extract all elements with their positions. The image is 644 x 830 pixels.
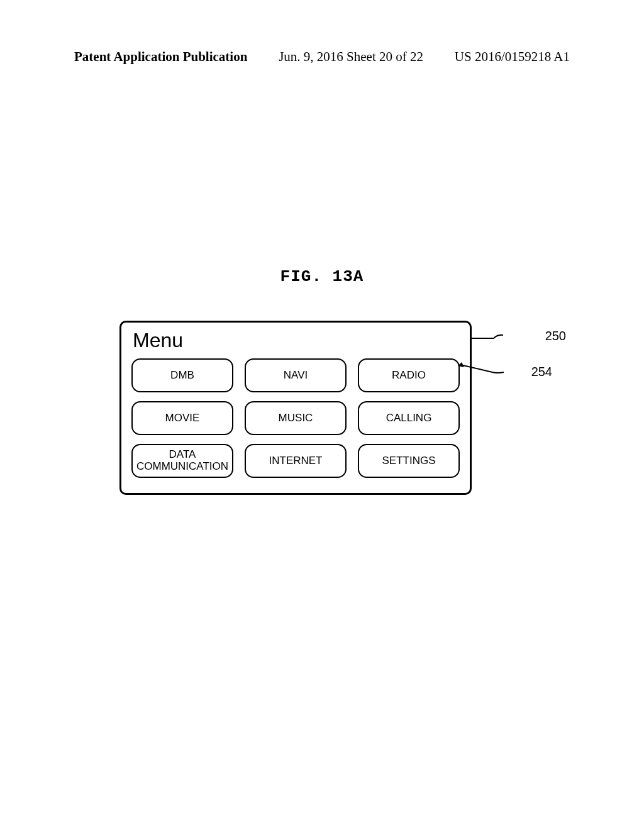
panel-title: Menu — [133, 329, 460, 352]
menu-item-navi[interactable]: NAVI — [245, 358, 347, 392]
leader-line-icon — [472, 326, 547, 351]
menu-item-movie[interactable]: MOVIE — [131, 401, 233, 435]
page-header: Patent Application Publication Jun. 9, 2… — [0, 49, 644, 65]
menu-item-dmb[interactable]: DMB — [131, 358, 233, 392]
menu-item-internet[interactable]: INTERNET — [245, 444, 347, 478]
header-left: Patent Application Publication — [74, 49, 247, 65]
page: Patent Application Publication Jun. 9, 2… — [0, 0, 644, 830]
callout-number: 254 — [531, 365, 552, 379]
menu-grid: DMB NAVI RADIO MOVIE MUSIC CALLING DATAC… — [131, 358, 460, 478]
menu-item-radio[interactable]: RADIO — [358, 358, 460, 392]
header-right: US 2016/0159218 A1 — [455, 49, 570, 65]
menu-item-settings[interactable]: SETTINGS — [358, 444, 460, 478]
callout-254: 254 — [458, 358, 552, 384]
panel-wrap: Menu DMB NAVI RADIO MOVIE MUSIC CALLING … — [119, 321, 472, 495]
header-center: Jun. 9, 2016 Sheet 20 of 22 — [279, 49, 423, 65]
figure-label: FIG. 13A — [0, 267, 644, 286]
callout-250: 250 — [472, 326, 566, 351]
menu-item-data-communication[interactable]: DATACOMMUNICATION — [131, 444, 233, 478]
svg-line-1 — [463, 365, 492, 372]
menu-item-calling[interactable]: CALLING — [358, 401, 460, 435]
menu-panel: Menu DMB NAVI RADIO MOVIE MUSIC CALLING … — [119, 321, 472, 495]
callout-number: 250 — [545, 329, 566, 343]
menu-item-music[interactable]: MUSIC — [245, 401, 347, 435]
